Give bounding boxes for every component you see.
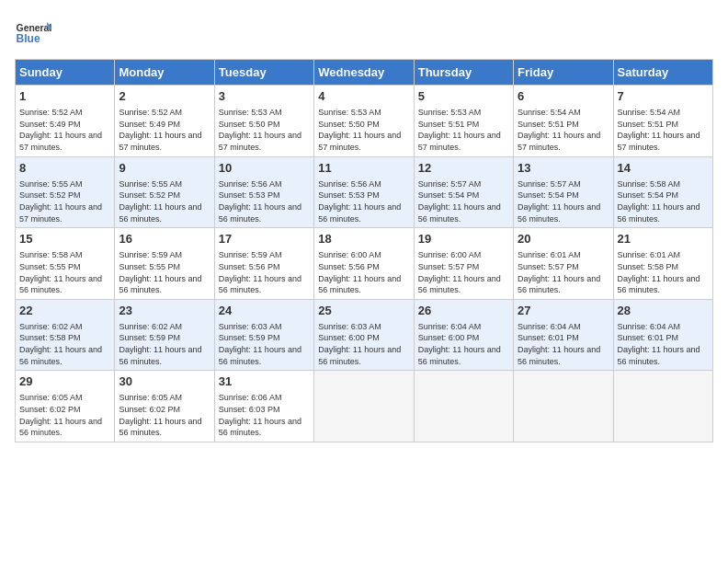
- day-info: Sunrise: 5:53 AM Sunset: 5:50 PM Dayligh…: [318, 107, 409, 153]
- day-number: 13: [518, 160, 609, 177]
- calendar-cell: 13Sunrise: 5:57 AM Sunset: 5:54 PM Dayli…: [514, 156, 613, 228]
- day-of-week-header: Monday: [115, 60, 214, 86]
- calendar-week-row: 8Sunrise: 5:55 AM Sunset: 5:52 PM Daylig…: [16, 156, 713, 228]
- day-number: 25: [318, 303, 409, 319]
- calendar-cell: 21Sunrise: 6:01 AM Sunset: 5:58 PM Dayli…: [613, 228, 712, 300]
- day-info: Sunrise: 6:00 AM Sunset: 5:57 PM Dayligh…: [418, 249, 509, 295]
- calendar-cell: 22Sunrise: 6:02 AM Sunset: 5:58 PM Dayli…: [16, 299, 115, 371]
- calendar-cell: 3Sunrise: 5:53 AM Sunset: 5:50 PM Daylig…: [214, 86, 313, 157]
- day-info: Sunrise: 6:01 AM Sunset: 5:58 PM Dayligh…: [618, 249, 709, 295]
- calendar-cell: 16Sunrise: 5:59 AM Sunset: 5:55 PM Dayli…: [115, 228, 214, 300]
- day-number: 28: [618, 303, 709, 319]
- calendar-table: SundayMondayTuesdayWednesdayThursdayFrid…: [15, 59, 713, 442]
- day-of-week-header: Friday: [514, 60, 613, 86]
- day-number: 4: [318, 88, 409, 105]
- day-info: Sunrise: 5:52 AM Sunset: 5:49 PM Dayligh…: [19, 107, 110, 153]
- calendar-cell: 26Sunrise: 6:04 AM Sunset: 6:00 PM Dayli…: [414, 299, 513, 371]
- calendar-cell: 14Sunrise: 5:58 AM Sunset: 5:54 PM Dayli…: [613, 156, 712, 228]
- day-info: Sunrise: 6:02 AM Sunset: 5:59 PM Dayligh…: [119, 321, 210, 367]
- calendar-cell: 7Sunrise: 5:54 AM Sunset: 5:51 PM Daylig…: [613, 86, 712, 157]
- calendar-week-row: 29Sunrise: 6:05 AM Sunset: 6:02 PM Dayli…: [16, 371, 713, 442]
- day-of-week-header: Thursday: [414, 60, 513, 86]
- day-info: Sunrise: 6:04 AM Sunset: 6:01 PM Dayligh…: [518, 321, 609, 367]
- day-info: Sunrise: 6:01 AM Sunset: 5:57 PM Dayligh…: [518, 249, 609, 295]
- day-number: 5: [418, 88, 509, 105]
- day-info: Sunrise: 6:04 AM Sunset: 6:00 PM Dayligh…: [418, 321, 509, 367]
- day-number: 2: [119, 88, 210, 105]
- day-number: 24: [219, 303, 310, 319]
- day-number: 7: [618, 88, 709, 105]
- day-info: Sunrise: 5:53 AM Sunset: 5:51 PM Dayligh…: [418, 107, 509, 153]
- calendar-header-row: SundayMondayTuesdayWednesdayThursdayFrid…: [16, 60, 713, 86]
- calendar-week-row: 1Sunrise: 5:52 AM Sunset: 5:49 PM Daylig…: [16, 86, 713, 157]
- calendar-cell: 31Sunrise: 6:06 AM Sunset: 6:03 PM Dayli…: [214, 371, 313, 442]
- day-number: 15: [19, 231, 110, 247]
- day-number: 1: [19, 88, 110, 105]
- day-info: Sunrise: 5:56 AM Sunset: 5:53 PM Dayligh…: [219, 178, 310, 224]
- calendar-cell: 10Sunrise: 5:56 AM Sunset: 5:53 PM Dayli…: [214, 156, 313, 228]
- svg-text:General: General: [17, 23, 51, 33]
- logo: General Blue: [15, 15, 51, 52]
- calendar-cell: 29Sunrise: 6:05 AM Sunset: 6:02 PM Dayli…: [16, 371, 115, 442]
- calendar-week-row: 22Sunrise: 6:02 AM Sunset: 5:58 PM Dayli…: [16, 299, 713, 371]
- day-number: 23: [119, 303, 210, 319]
- day-number: 6: [518, 88, 609, 105]
- calendar-cell: 11Sunrise: 5:56 AM Sunset: 5:53 PM Dayli…: [314, 156, 414, 228]
- day-info: Sunrise: 6:02 AM Sunset: 5:58 PM Dayligh…: [19, 321, 110, 367]
- calendar-cell: 12Sunrise: 5:57 AM Sunset: 5:54 PM Dayli…: [414, 156, 513, 228]
- calendar-week-row: 15Sunrise: 5:58 AM Sunset: 5:55 PM Dayli…: [16, 228, 713, 300]
- day-of-week-header: Saturday: [613, 60, 712, 86]
- calendar-cell: 4Sunrise: 5:53 AM Sunset: 5:50 PM Daylig…: [314, 86, 414, 157]
- day-number: 16: [119, 231, 210, 247]
- day-number: 14: [618, 160, 709, 177]
- day-info: Sunrise: 5:57 AM Sunset: 5:54 PM Dayligh…: [518, 178, 609, 224]
- day-info: Sunrise: 5:59 AM Sunset: 5:55 PM Dayligh…: [119, 249, 210, 295]
- calendar-cell: 24Sunrise: 6:03 AM Sunset: 5:59 PM Dayli…: [214, 299, 313, 371]
- day-number: 26: [418, 303, 509, 319]
- calendar-cell: 15Sunrise: 5:58 AM Sunset: 5:55 PM Dayli…: [16, 228, 115, 300]
- calendar-cell: 1Sunrise: 5:52 AM Sunset: 5:49 PM Daylig…: [16, 86, 115, 157]
- calendar-cell: 25Sunrise: 6:03 AM Sunset: 6:00 PM Dayli…: [314, 299, 414, 371]
- day-of-week-header: Wednesday: [314, 60, 414, 86]
- calendar-cell: [414, 371, 513, 442]
- day-number: 11: [318, 160, 409, 177]
- day-number: 3: [219, 88, 310, 105]
- day-number: 19: [418, 231, 509, 247]
- day-info: Sunrise: 5:54 AM Sunset: 5:51 PM Dayligh…: [618, 107, 709, 153]
- calendar-cell: 8Sunrise: 5:55 AM Sunset: 5:52 PM Daylig…: [16, 156, 115, 228]
- day-of-week-header: Tuesday: [214, 60, 313, 86]
- day-info: Sunrise: 6:04 AM Sunset: 6:01 PM Dayligh…: [618, 321, 709, 367]
- calendar-cell: 5Sunrise: 5:53 AM Sunset: 5:51 PM Daylig…: [414, 86, 513, 157]
- day-info: Sunrise: 5:57 AM Sunset: 5:54 PM Dayligh…: [418, 178, 509, 224]
- day-number: 21: [618, 231, 709, 247]
- day-number: 27: [518, 303, 609, 319]
- day-number: 30: [119, 373, 210, 390]
- calendar-cell: [314, 371, 414, 442]
- svg-text:Blue: Blue: [17, 32, 40, 45]
- day-info: Sunrise: 6:05 AM Sunset: 6:02 PM Dayligh…: [119, 392, 210, 438]
- day-of-week-header: Sunday: [16, 60, 115, 86]
- day-number: 29: [19, 373, 110, 390]
- calendar-cell: 30Sunrise: 6:05 AM Sunset: 6:02 PM Dayli…: [115, 371, 214, 442]
- calendar-cell: 9Sunrise: 5:55 AM Sunset: 5:52 PM Daylig…: [115, 156, 214, 228]
- calendar-cell: 23Sunrise: 6:02 AM Sunset: 5:59 PM Dayli…: [115, 299, 214, 371]
- header: General Blue: [15, 15, 713, 52]
- day-number: 31: [219, 373, 310, 390]
- day-info: Sunrise: 6:05 AM Sunset: 6:02 PM Dayligh…: [19, 392, 110, 438]
- calendar-cell: 17Sunrise: 5:59 AM Sunset: 5:56 PM Dayli…: [214, 228, 313, 300]
- day-number: 18: [318, 231, 409, 247]
- day-info: Sunrise: 5:52 AM Sunset: 5:49 PM Dayligh…: [119, 107, 210, 153]
- day-number: 12: [418, 160, 509, 177]
- day-number: 9: [119, 160, 210, 177]
- day-info: Sunrise: 5:56 AM Sunset: 5:53 PM Dayligh…: [318, 178, 409, 224]
- calendar-cell: [514, 371, 613, 442]
- day-number: 22: [19, 303, 110, 319]
- calendar-cell: 20Sunrise: 6:01 AM Sunset: 5:57 PM Dayli…: [514, 228, 613, 300]
- day-number: 10: [219, 160, 310, 177]
- day-number: 17: [219, 231, 310, 247]
- day-number: 20: [518, 231, 609, 247]
- calendar-cell: 2Sunrise: 5:52 AM Sunset: 5:49 PM Daylig…: [115, 86, 214, 157]
- day-info: Sunrise: 5:58 AM Sunset: 5:55 PM Dayligh…: [19, 249, 110, 295]
- calendar-cell: 18Sunrise: 6:00 AM Sunset: 5:56 PM Dayli…: [314, 228, 414, 300]
- day-info: Sunrise: 5:59 AM Sunset: 5:56 PM Dayligh…: [219, 249, 310, 295]
